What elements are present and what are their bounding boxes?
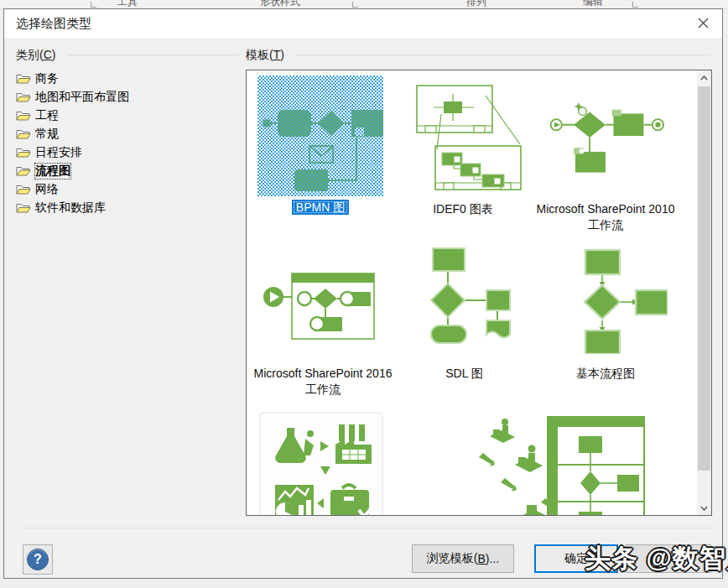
template-sharepoint2016-thumbnail[interactable]: [260, 248, 382, 361]
watermark: 头条 @数智风: [585, 541, 728, 576]
template-basic-flowchart-thumbnail[interactable]: [542, 248, 668, 354]
help-icon: ?: [27, 549, 49, 570]
value-stream-icon: [258, 411, 386, 516]
templates-group-line: [296, 55, 710, 55]
categories-group-label: 类别(C): [16, 48, 55, 63]
template-partial-1-thumbnail[interactable]: [258, 411, 386, 516]
category-item-business[interactable]: 商务: [16, 70, 129, 88]
browse-templates-button[interactable]: 浏览模板(B)...: [412, 544, 514, 573]
bpmn-diagram-icon: [257, 75, 383, 196]
category-item-flowchart[interactable]: 流程图: [16, 162, 129, 180]
folder-icon: [16, 110, 31, 122]
folder-icon: [16, 202, 31, 214]
close-button[interactable]: [690, 12, 715, 34]
template-bpmn-thumbnail[interactable]: [257, 75, 383, 196]
template-bpmn-label[interactable]: BPMN 图: [257, 200, 383, 216]
template-partial-3-thumbnail[interactable]: [547, 416, 656, 516]
dialog-launcher-icon: [632, 2, 638, 8]
category-item-network[interactable]: 网络: [16, 180, 129, 199]
template-list: BPMN 图: [246, 70, 712, 516]
help-button[interactable]: ?: [23, 544, 53, 575]
folder-icon: [16, 128, 31, 140]
footer-separator: [19, 528, 712, 528]
template-sharepoint2016-label[interactable]: Microsoft SharePoint 2016 工作流: [253, 366, 393, 398]
category-item-engineering[interactable]: 工程: [16, 107, 129, 125]
category-item-general[interactable]: 常规: [16, 125, 129, 143]
templates-group-label: 模板(T): [246, 48, 284, 63]
cross-functional-flowchart-icon: [547, 416, 656, 516]
chevron-down-icon: [700, 506, 708, 511]
category-item-software-database[interactable]: 软件和数据库: [16, 199, 129, 217]
template-basic-flowchart-label[interactable]: 基本流程图: [538, 366, 673, 382]
template-sdl-label[interactable]: SDL 图: [399, 366, 529, 382]
open-folder-icon: [16, 165, 31, 177]
sharepoint2010-workflow-icon: [545, 92, 664, 180]
template-sharepoint2010-label[interactable]: Microsoft SharePoint 2010 工作流: [535, 201, 676, 233]
dialog-launcher-icon: [91, 2, 96, 8]
sdl-diagram-icon: [411, 245, 517, 362]
folder-icon: [16, 91, 31, 103]
scroll-down-button[interactable]: [697, 501, 711, 515]
template-list-scrollbar[interactable]: [697, 70, 711, 515]
choose-drawing-type-dialog: 选择绘图类型 类别(C) 模板(T) 商务 地图和平面布置图 工程 常规: [3, 8, 723, 579]
dialog-titlebar[interactable]: 选择绘图类型: [4, 9, 722, 38]
categories-group-line: [68, 55, 239, 55]
dialog-launcher-icon: [352, 2, 358, 8]
sharepoint2016-workflow-icon: [260, 248, 382, 361]
chevron-up-icon: [700, 75, 708, 81]
close-icon: [698, 18, 709, 29]
scrollbar-thumb[interactable]: [698, 86, 710, 471]
template-sdl-thumbnail[interactable]: [411, 245, 517, 362]
folder-icon: [16, 147, 31, 159]
folder-icon: [16, 73, 31, 85]
folder-icon: [16, 184, 31, 195]
template-sharepoint2010-thumbnail[interactable]: [545, 92, 664, 180]
template-idef0-thumbnail[interactable]: [402, 79, 526, 195]
category-list: 商务 地图和平面布置图 工程 常规 日程安排 流程图 网络 软件和数据库: [16, 70, 129, 217]
category-item-schedule[interactable]: 日程安排: [16, 143, 129, 162]
scroll-up-button[interactable]: [697, 70, 711, 85]
idef0-diagram-icon: [402, 79, 526, 195]
template-idef0-label[interactable]: IDEF0 图表: [391, 201, 535, 217]
dialog-title: 选择绘图类型: [16, 16, 91, 32]
category-item-maps-floorplans[interactable]: 地图和平面布置图: [16, 88, 129, 107]
basic-flowchart-icon: [542, 248, 668, 354]
